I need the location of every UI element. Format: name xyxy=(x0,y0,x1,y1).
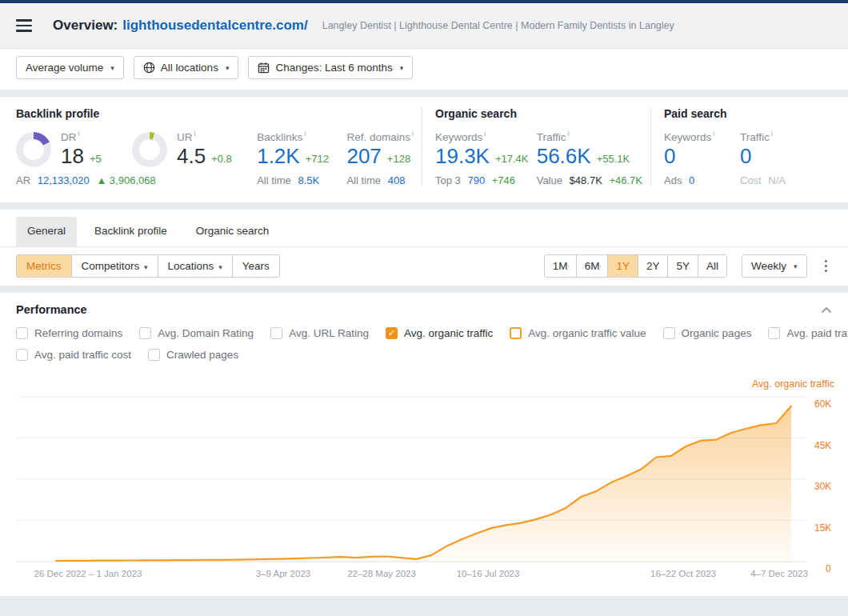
checkbox-label: Avg. paid traffic cost xyxy=(34,349,131,361)
organic-traffic-metric: Traffici 56.6K +55.1K Value $48.7K +46.7… xyxy=(537,130,642,186)
dr-donut-chart xyxy=(16,132,51,167)
info-icon[interactable]: i xyxy=(194,130,196,138)
checkbox-avg-paid-traffic-cost[interactable]: Avg. paid traffic cost xyxy=(16,349,131,361)
backlinks-delta: +712 xyxy=(306,153,329,167)
backlinks-value[interactable]: 1.2K xyxy=(257,146,300,167)
top3-label: Top 3 xyxy=(435,174,461,186)
competitors-dropdown[interactable]: Competitors ▾ xyxy=(71,254,158,278)
range-6m[interactable]: 6M xyxy=(576,254,609,278)
filter-bar: Average volume ▾ All locations ▾ Changes… xyxy=(0,49,848,90)
ar-label: AR xyxy=(16,174,30,186)
info-icon[interactable]: i xyxy=(484,130,486,138)
organic-traffic-delta: +55.1K xyxy=(597,153,630,167)
checkbox-avg-url-rating[interactable]: Avg. URL Rating xyxy=(270,327,369,339)
checkbox-box[interactable] xyxy=(16,349,28,361)
dr-metric: DRi 18 +5 AR 12,133,020 ▲ 3,906,068 xyxy=(16,130,132,186)
checkbox-box[interactable] xyxy=(16,327,28,339)
paid-keywords-label: Keywordsi xyxy=(664,130,740,143)
range-1y[interactable]: 1Y xyxy=(607,254,638,278)
chevron-down-icon: ▾ xyxy=(400,64,404,72)
checkbox-box[interactable] xyxy=(768,327,780,339)
organic-keywords-value[interactable]: 19.3K xyxy=(435,146,490,167)
locations-dropdown-2[interactable]: Locations ▾ xyxy=(158,254,233,278)
checkbox-avg-domain-rating[interactable]: Avg. Domain Rating xyxy=(139,327,254,339)
checkbox-box[interactable] xyxy=(270,327,282,339)
ads-label: Ads xyxy=(664,174,682,186)
metrics-button[interactable]: Metrics xyxy=(16,254,72,278)
info-icon[interactable]: i xyxy=(771,130,773,138)
x-axis-label: 3–9 Apr 2023 xyxy=(256,569,310,578)
info-icon[interactable]: i xyxy=(304,130,306,138)
more-options-icon[interactable] xyxy=(820,257,833,276)
granularity-label: Weekly xyxy=(751,260,786,272)
ar-row: AR 12,133,020 ▲ 3,906,068 xyxy=(16,174,132,186)
section-divider xyxy=(0,90,848,97)
checkbox-avg-organic-traffic-value[interactable]: Avg. organic traffic value xyxy=(510,327,646,339)
organic-traffic-value[interactable]: 56.6K xyxy=(537,146,591,167)
organic-traffic-label: Traffici xyxy=(537,130,642,143)
cost-value: N/A xyxy=(768,174,786,186)
paid-keywords-value[interactable]: 0 xyxy=(664,146,675,167)
checkbox-label: Avg. URL Rating xyxy=(289,327,369,339)
info-icon[interactable]: i xyxy=(567,130,569,138)
checkbox-box[interactable] xyxy=(663,327,675,339)
checkbox-organic-pages[interactable]: Organic pages xyxy=(663,327,752,339)
domain-link[interactable]: lighthousedentalcentre.com/ xyxy=(122,18,307,33)
checkbox-avg-organic-traffic[interactable]: Avg. organic traffic xyxy=(386,327,493,339)
paid-search-title: Paid search xyxy=(664,107,840,120)
range-1m[interactable]: 1M xyxy=(544,254,577,278)
ar-value[interactable]: 12,133,020 xyxy=(38,174,90,186)
years-button[interactable]: Years xyxy=(232,254,280,278)
x-axis-label: 4–7 Dec 2023 xyxy=(750,569,808,578)
top3-value[interactable]: 790 xyxy=(467,174,485,186)
ref-domains-delta: +128 xyxy=(387,153,410,167)
ref-domains-value[interactable]: 207 xyxy=(346,146,381,167)
granularity-dropdown[interactable]: Weekly ▾ xyxy=(742,254,807,278)
info-icon[interactable]: i xyxy=(713,130,714,138)
ref-domains-alltime-value[interactable]: 408 xyxy=(388,174,406,186)
collapse-chevron-icon[interactable] xyxy=(821,306,832,314)
backlinks-metric: Backlinksi 1.2K +712 All time 8.5K xyxy=(257,130,346,186)
checkbox-box[interactable] xyxy=(510,327,522,339)
paid-keywords-metric: Keywordsi 0 Ads 0 xyxy=(664,130,740,186)
menu-icon[interactable] xyxy=(16,19,32,32)
info-icon[interactable]: i xyxy=(78,130,80,138)
volume-mode-dropdown[interactable]: Average volume ▾ xyxy=(16,56,124,79)
checkbox-crawled-pages[interactable]: Crawled pages xyxy=(148,349,238,361)
performance-title: Performance xyxy=(16,303,87,316)
y-axis-label: 30K xyxy=(814,481,831,492)
y-axis-label: 15K xyxy=(814,522,831,534)
calendar-icon xyxy=(258,62,270,74)
y-axis-label: 0 xyxy=(826,563,831,574)
backlinks-alltime-value[interactable]: 8.5K xyxy=(298,174,319,186)
info-icon[interactable]: i xyxy=(412,130,414,138)
checkbox-box[interactable] xyxy=(139,327,151,339)
backlinks-alltime-label: All time xyxy=(257,174,291,186)
changes-range-dropdown[interactable]: Changes: Last 6 months ▾ xyxy=(248,56,413,79)
range-5y[interactable]: 5Y xyxy=(667,254,698,278)
checkbox-referring-domains[interactable]: Referring domains xyxy=(16,327,122,339)
organic-keywords-delta: +17.4K xyxy=(495,153,529,167)
tab-backlink-profile[interactable]: Backlink profile xyxy=(83,217,178,246)
y-axis-label: 45K xyxy=(814,440,831,451)
chevron-down-icon: ▾ xyxy=(144,263,148,271)
checkbox-avg-paid-traffic[interactable]: Avg. paid traffic xyxy=(768,327,848,339)
range-2y[interactable]: 2Y xyxy=(638,254,669,278)
x-axis-label: 16–22 Oct 2023 xyxy=(650,569,716,578)
paid-search-section: Paid search Keywordsi 0 Ads 0 Traffici 0… xyxy=(650,107,848,186)
time-range-group: 1M6M1Y2Y5YAll xyxy=(544,254,727,278)
performance-card: Performance Referring domainsAvg. Domain… xyxy=(0,293,848,596)
ads-value[interactable]: 0 xyxy=(689,174,694,186)
tab-general[interactable]: General xyxy=(16,217,77,246)
performance-chart: 015K30K45K60K26 Dec 2022 – 1 Jan 20233–9… xyxy=(16,391,836,590)
tab-organic-search[interactable]: Organic search xyxy=(185,217,281,246)
organic-search-title: Organic search xyxy=(435,107,642,120)
header: Overview:lighthousedentalcentre.com/ Lan… xyxy=(0,3,848,49)
chart-controls: Metrics Competitors ▾ Locations ▾ Years … xyxy=(0,247,848,286)
checkbox-box[interactable] xyxy=(148,349,160,361)
locations-dropdown[interactable]: All locations ▾ xyxy=(134,56,239,79)
paid-traffic-value[interactable]: 0 xyxy=(740,146,751,167)
checkbox-box[interactable] xyxy=(386,327,398,339)
section-divider xyxy=(0,202,848,210)
range-all[interactable]: All xyxy=(698,254,727,278)
